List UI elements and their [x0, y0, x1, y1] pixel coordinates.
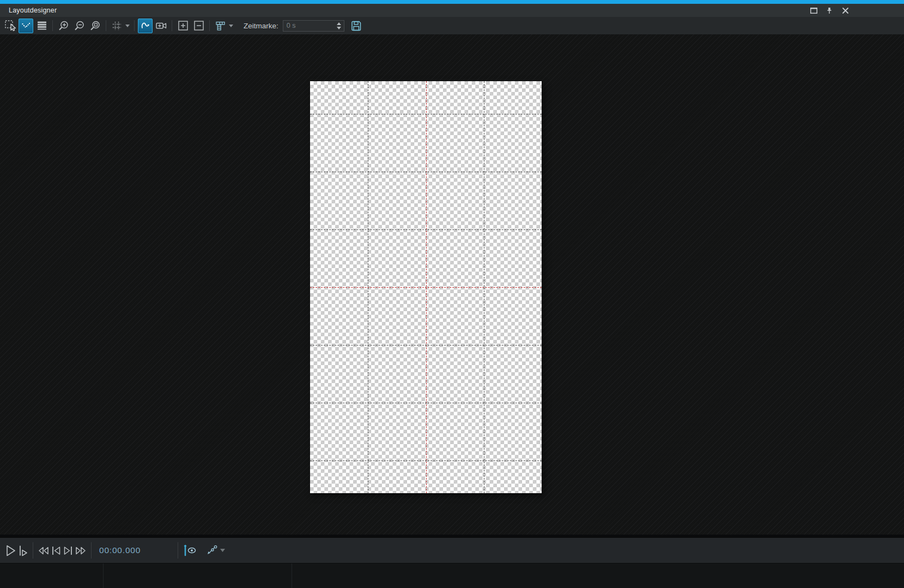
playback-separator — [91, 542, 92, 559]
grid-line-horizontal — [310, 229, 542, 230]
pin-icon — [826, 7, 833, 14]
keyframe-visibility-icon — [183, 544, 197, 557]
toolbar-separator — [52, 20, 53, 31]
keyframe-visibility-button[interactable] — [183, 544, 197, 557]
zoom-fit-button[interactable] — [88, 19, 102, 33]
rewind-button[interactable] — [38, 547, 48, 555]
path-nodes-button[interactable] — [206, 544, 218, 556]
toolbar-separator — [172, 20, 172, 31]
substrip-divider — [292, 563, 292, 588]
fast-forward-icon — [76, 547, 86, 555]
zoom-in-icon — [58, 20, 69, 32]
layers-button[interactable] — [34, 19, 49, 33]
spinner-down-icon[interactable] — [337, 27, 341, 29]
playback-separator — [33, 542, 33, 559]
zoom-out-button[interactable] — [72, 19, 87, 33]
window-accent-bar — [0, 0, 904, 4]
grid-line-vertical — [484, 81, 484, 493]
grid-line-horizontal — [310, 460, 542, 461]
playback-bar: 00:00.000 — [0, 535, 904, 588]
skip-to-end-button[interactable] — [64, 546, 72, 555]
spinner-up-icon[interactable] — [337, 22, 341, 25]
pin-button[interactable] — [825, 6, 834, 15]
path-nodes-icon — [206, 544, 218, 556]
play-from-here-button[interactable] — [19, 545, 28, 556]
fast-forward-button[interactable] — [76, 547, 86, 555]
skip-to-start-icon — [52, 546, 60, 555]
toolbar-separator — [209, 20, 210, 31]
grid-line-vertical — [426, 81, 427, 493]
grid-button[interactable] — [110, 19, 124, 33]
grid-line-vertical — [368, 81, 368, 493]
playback-controls: 00:00.000 — [0, 538, 904, 563]
grid-icon — [111, 20, 123, 32]
show-path-points-button[interactable] — [19, 19, 33, 33]
maximize-icon — [810, 8, 817, 14]
add-button[interactable] — [175, 19, 190, 33]
remove-icon — [193, 20, 204, 31]
layoutdesigner-window: Layoutdesigner — [0, 0, 904, 588]
window-controls — [809, 4, 850, 17]
show-path-points-icon — [21, 20, 32, 31]
play-from-here-icon — [19, 545, 28, 556]
timecode-display: 00:00.000 — [99, 545, 170, 555]
rewind-icon — [38, 547, 48, 555]
play-icon — [6, 545, 16, 556]
chevron-down-icon — [229, 25, 233, 27]
grid-dropdown-caret[interactable] — [125, 19, 130, 33]
zeitmarke-field — [283, 20, 344, 32]
grid-line-horizontal — [310, 287, 542, 288]
playback-separator — [178, 542, 178, 559]
zeitmarke-spinner — [336, 21, 342, 31]
path-nodes-dropdown-caret[interactable] — [220, 543, 225, 558]
layers-icon — [37, 20, 47, 31]
grid-line-horizontal — [310, 114, 542, 114]
object-table-dropdown-caret[interactable] — [228, 19, 234, 33]
zeitmarke-label: Zeitmarke: — [244, 22, 278, 30]
grid-line-horizontal — [310, 345, 542, 345]
toolbar-separator — [134, 20, 135, 31]
selection-tool-button[interactable] — [3, 19, 17, 33]
grid-line-horizontal — [310, 403, 542, 403]
save-button[interactable] — [349, 19, 363, 33]
playback-bar-lower-strip — [0, 563, 904, 588]
skip-to-start-button[interactable] — [52, 546, 60, 555]
motion-path-icon — [140, 20, 151, 31]
save-icon — [350, 20, 362, 32]
object-table-icon — [215, 20, 226, 32]
maximize-button[interactable] — [809, 6, 818, 15]
remove-button[interactable] — [191, 19, 206, 33]
selection-marquee-icon — [4, 20, 16, 32]
substrip-divider — [103, 563, 104, 588]
close-button[interactable] — [841, 6, 850, 15]
zoom-in-button[interactable] — [56, 19, 71, 33]
skip-to-end-icon — [64, 546, 72, 555]
design-canvas[interactable] — [310, 81, 542, 493]
camera-icon — [155, 20, 167, 31]
add-icon — [178, 20, 189, 31]
design-viewport[interactable] — [0, 34, 904, 535]
object-table-button[interactable] — [213, 19, 228, 33]
grid-line-horizontal — [310, 172, 542, 172]
play-button[interactable] — [6, 545, 16, 556]
titlebar[interactable]: Layoutdesigner — [0, 4, 904, 17]
close-icon — [842, 8, 848, 14]
main-toolbar: Zeitmarke: — [0, 17, 904, 34]
window-title: Layoutdesigner — [9, 7, 57, 14]
motion-path-button[interactable] — [138, 19, 153, 33]
zoom-fit-icon — [89, 20, 101, 32]
zeitmarke-input[interactable] — [283, 21, 337, 31]
zoom-out-icon — [74, 20, 85, 32]
chevron-down-icon — [125, 25, 130, 27]
toolbar-separator — [106, 20, 106, 31]
camera-button[interactable] — [154, 19, 168, 33]
chevron-down-icon — [220, 549, 225, 552]
